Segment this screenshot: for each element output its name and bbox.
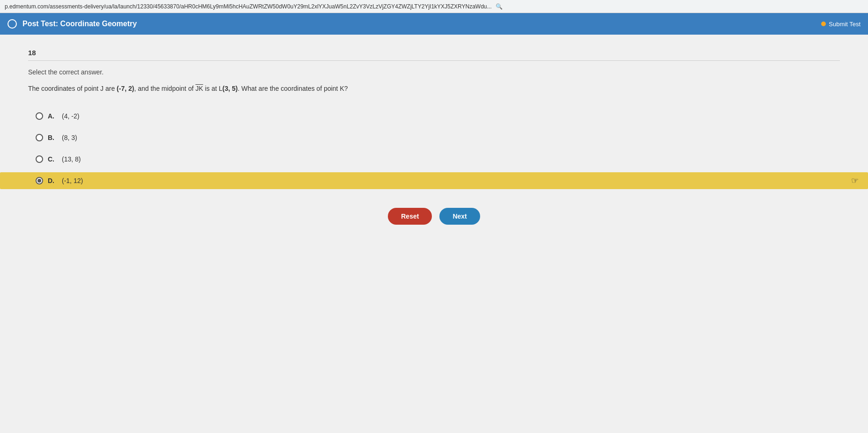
segment-label: JK <box>195 85 203 92</box>
l-coordinates: (3, 5) <box>223 85 238 92</box>
answer-choice-b[interactable]: B. (8, 3) <box>28 129 840 146</box>
question-instruction: Select the correct answer. <box>28 68 840 76</box>
j-coordinates: (-7, 2) <box>117 85 134 92</box>
answer-choices-container: A. (4, -2) B. (8, 3) C. (13, 8) D. (-1, … <box>28 108 840 189</box>
main-content: 18 Select the correct answer. The coordi… <box>0 35 868 433</box>
radio-d[interactable] <box>36 177 43 184</box>
question-text-part4: . What are the coordinates of point K? <box>238 85 348 92</box>
search-icon[interactable]: 🔍 <box>496 3 503 10</box>
answer-choice-d[interactable]: D. (-1, 12) ☞ <box>0 172 868 189</box>
choice-label-a: A. <box>48 112 57 120</box>
answer-choice-a[interactable]: A. (4, -2) <box>28 108 840 125</box>
reset-button[interactable]: Reset <box>388 208 432 225</box>
question-text: The coordinates of point J are (-7, 2), … <box>28 83 840 94</box>
submit-test-label: Submit Test <box>829 21 861 28</box>
answer-choice-c[interactable]: C. (13, 8) <box>28 151 840 168</box>
radio-c[interactable] <box>36 155 43 163</box>
address-bar: p.edmentum.com/assessments-delivery/ua/l… <box>0 0 868 13</box>
url-text: p.edmentum.com/assessments-delivery/ua/l… <box>5 3 492 10</box>
submit-test-button[interactable]: Submit Test <box>821 21 861 28</box>
next-button[interactable]: Next <box>439 208 480 225</box>
question-number: 18 <box>28 49 840 61</box>
choice-label-b: B. <box>48 134 57 141</box>
choice-value-b: (8, 3) <box>62 134 77 141</box>
page-title: Post Test: Coordinate Geometry <box>22 20 821 28</box>
choice-label-d: D. <box>48 177 57 184</box>
radio-b[interactable] <box>36 134 43 141</box>
button-row: Reset Next <box>28 208 840 225</box>
choice-value-c: (13, 8) <box>62 155 81 163</box>
submit-dot-icon <box>821 22 826 26</box>
question-text-part3: is at L <box>203 85 223 92</box>
choice-value-d: (-1, 12) <box>62 177 83 184</box>
nav-circle-icon <box>7 19 17 29</box>
top-nav-bar: Post Test: Coordinate Geometry Submit Te… <box>0 13 868 35</box>
choice-value-a: (4, -2) <box>62 112 79 120</box>
radio-a[interactable] <box>36 112 43 120</box>
choice-label-c: C. <box>48 155 57 163</box>
cursor-icon: ☞ <box>851 176 859 186</box>
question-text-part2: , and the midpoint of <box>134 85 195 92</box>
question-text-part1: The coordinates of point J are <box>28 85 117 92</box>
